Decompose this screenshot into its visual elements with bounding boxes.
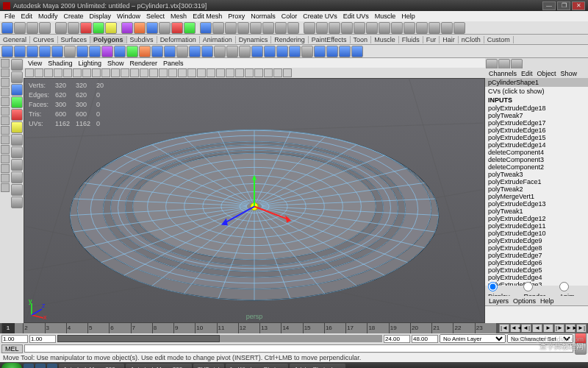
panel-tool-6[interactable] [82,68,91,77]
toolbox-button-5[interactable] [11,121,23,133]
shelf-button-9[interactable] [114,46,126,57]
menu-modify[interactable]: Modify [35,13,61,20]
panel-tool-27[interactable] [283,68,292,77]
shelf-button-25[interactable] [314,46,326,57]
taskbar-item[interactable]: Autodesk Maya 200... [59,364,124,368]
taskbar-item[interactable]: Autodesk Maya 200... [126,364,191,368]
shelf-button-24[interactable] [301,46,313,57]
panel-menu-renderer[interactable]: Renderer [126,60,160,67]
shelf-button-7[interactable] [89,46,101,57]
history-item[interactable]: polyExtrudeEdge12 [485,215,588,222]
panel-tool-8[interactable] [101,68,110,77]
toolbox-button-6[interactable] [11,134,23,146]
object-name[interactable]: pCylinderShape1 [485,78,588,87]
shelf-tab-hair[interactable]: Hair [440,36,459,43]
play-forward-button[interactable]: ► [543,324,553,333]
toolbox-button-2[interactable] [11,84,23,96]
goto-start-button[interactable]: |◄ [499,324,509,333]
toolbox-button-8[interactable] [11,159,23,171]
range-start-field[interactable] [1,335,28,343]
panel-tool-9[interactable] [111,68,120,77]
history-item[interactable]: polyTweak2 [485,185,588,193]
shelf-button-21[interactable] [264,46,276,57]
shelf-button-18[interactable] [226,46,238,57]
status-button-31[interactable] [404,22,415,34]
status-button-29[interactable] [379,22,390,34]
status-button-33[interactable] [429,22,440,34]
history-item[interactable]: polyExtrudeEdge9 [485,237,588,244]
panel-tool-2[interactable] [44,68,53,77]
start-button[interactable] [1,363,22,368]
panel-tool-12[interactable] [140,68,148,77]
menu-edit[interactable]: Edit [18,13,36,20]
toolbox-button-0[interactable] [11,59,23,71]
panel-menu-panels[interactable]: Panels [160,60,187,67]
panel-tool-5[interactable] [73,68,82,77]
toolbox-button-9[interactable] [11,171,23,183]
panel-tool-16[interactable] [178,68,187,77]
menu-edit-mesh[interactable]: Edit Mesh [190,13,225,20]
layout-button-12[interactable] [1,174,10,183]
panel-tool-15[interactable] [168,68,177,77]
history-item[interactable]: polyExtrudeEdge17 [485,119,588,127]
layers-menu-options[interactable]: Options [511,297,538,305]
shelf-tab-fur[interactable]: Fur [423,36,440,43]
panel-tool-23[interactable] [245,68,254,77]
layout-button-2[interactable] [1,78,10,87]
shelf-tab-deformation[interactable]: Deformation [157,36,200,43]
step-back-button[interactable]: ◄◄ [510,324,520,333]
shelf-tab-rendering[interactable]: Rendering [271,36,309,43]
shelf-tab-subdivs[interactable]: Subdivs [127,36,157,43]
status-button-14[interactable] [184,22,196,34]
panel-tool-14[interactable] [159,68,168,77]
menu-mesh[interactable]: Mesh [168,13,190,20]
play-back-button[interactable]: ◄ [532,324,542,333]
status-button-27[interactable] [354,22,365,34]
panel-tool-17[interactable] [187,68,196,77]
toolbox-button-1[interactable] [11,71,23,83]
script-lang-label[interactable]: MEL [1,344,23,353]
time-slider[interactable]: 1 12345678910111213141516171819202122232… [0,323,588,333]
layout-button-10[interactable] [1,155,10,163]
shelf-button-8[interactable] [101,46,113,57]
status-button-20[interactable] [262,22,274,34]
range-inner-start-field[interactable] [29,335,56,343]
shelf-button-5[interactable] [64,46,76,57]
shelf-button-17[interactable] [214,46,226,57]
shelf-tab-general[interactable]: General [0,36,30,43]
history-item[interactable]: polyExtrudeEdge14 [485,141,588,149]
shelf-button-12[interactable] [151,46,163,57]
cb-menu-edit[interactable]: Edit [519,70,535,77]
status-button-9[interactable] [121,22,133,34]
history-item[interactable]: polyTweak1 [485,208,588,215]
status-button-11[interactable] [146,22,158,34]
shelf-button-28[interactable] [351,46,363,57]
shelf-tab-painteffects[interactable]: PaintEffects [309,36,351,43]
panel-tool-20[interactable] [216,68,225,77]
panel-menu-view[interactable]: View [25,60,45,67]
range-end-field[interactable] [412,335,438,343]
shelf-button-10[interactable] [126,46,138,57]
prev-key-button[interactable]: ◄| [521,324,531,333]
status-button-3[interactable] [39,22,51,34]
toolbox-button-3[interactable] [11,96,23,108]
shelf-button-11[interactable] [139,46,151,57]
layout-button-11[interactable] [1,164,10,173]
shelf-button-16[interactable] [201,46,213,57]
viewport-persp[interactable]: Verts:32032020Edges:6206200Faces:3003000… [24,78,485,323]
maximize-button[interactable]: ❐ [557,1,570,10]
status-button-0[interactable] [1,22,13,34]
panel-tool-7[interactable] [92,68,101,77]
shelf-tab-ncloth[interactable]: nCloth [459,36,484,43]
history-item[interactable]: polyExtrudeEdge6 [485,259,588,266]
cvs-row[interactable]: CVs (click to show) [485,87,588,96]
toolbox-button-4[interactable] [11,109,23,121]
history-item[interactable]: polyExtrudeEdge18 [485,105,588,112]
status-button-34[interactable] [441,22,453,34]
panel-tool-13[interactable] [149,68,158,77]
history-item[interactable]: polyTweak7 [485,112,588,119]
menu-muscle[interactable]: Muscle [372,13,399,20]
menu-select[interactable]: Select [143,13,168,20]
layout-button-5[interactable] [1,107,10,116]
range-handle[interactable] [57,335,220,342]
